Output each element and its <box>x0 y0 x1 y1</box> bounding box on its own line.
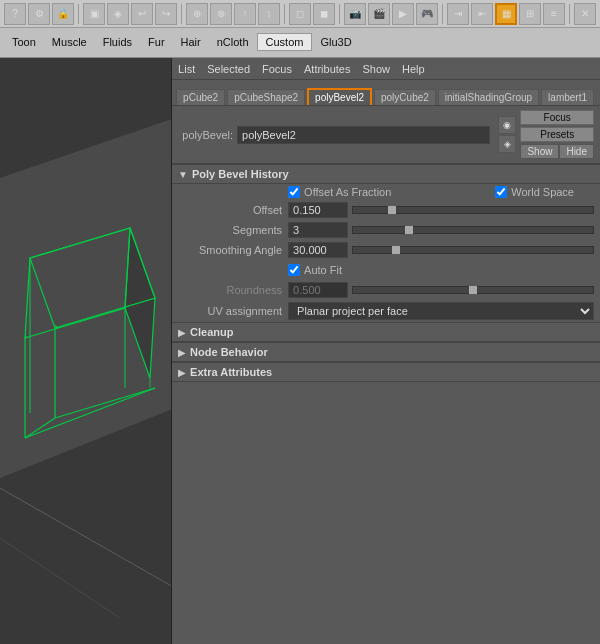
show-button[interactable]: Show <box>520 144 559 159</box>
tab-muscle[interactable]: Muscle <box>44 34 95 50</box>
uv-assignment-label: UV assignment <box>178 305 288 317</box>
offset-slider[interactable] <box>352 206 594 214</box>
node-icon-btn-2[interactable]: ◈ <box>498 135 516 153</box>
toolbar-icon-8[interactable]: ⊕ <box>186 3 208 25</box>
menu-help[interactable]: Help <box>402 63 425 75</box>
roundness-slider[interactable] <box>352 286 594 294</box>
toolbar-sep-5 <box>442 4 443 24</box>
uv-assignment-row: UV assignment Planar project per face No… <box>172 300 600 322</box>
node-label: polyBevel: <box>178 129 233 141</box>
toolbar-icon-6[interactable]: ↩ <box>131 3 153 25</box>
auto-fit-label: Auto Fit <box>304 264 342 276</box>
toolbar-sep-3 <box>284 4 285 24</box>
toolbar-icon-7[interactable]: ↪ <box>155 3 177 25</box>
tab-pcube2[interactable]: pCube2 <box>176 89 225 105</box>
toolbar-icon-4[interactable]: ▣ <box>83 3 105 25</box>
toolbar-icon-19[interactable]: ⇤ <box>471 3 493 25</box>
segments-input[interactable] <box>288 222 348 238</box>
section-arrow-cleanup: ▶ <box>178 327 186 338</box>
tab-toon[interactable]: Toon <box>4 34 44 50</box>
section-cleanup[interactable]: ▶ Cleanup <box>172 322 600 342</box>
tab-polycube2[interactable]: polyCube2 <box>374 89 436 105</box>
smoothing-angle-slider-container <box>352 246 594 254</box>
menu-list[interactable]: List <box>178 63 195 75</box>
toolbar-icon-active[interactable]: ▦ <box>495 3 517 25</box>
segments-label: Segments <box>178 224 288 236</box>
offset-input[interactable] <box>288 202 348 218</box>
section-arrow-extra-attributes: ▶ <box>178 367 186 378</box>
offset-label: Offset <box>178 204 288 216</box>
roundness-row: Roundness <box>172 280 600 300</box>
node-name-input[interactable] <box>237 126 490 144</box>
toolbar-icon-23[interactable]: ✕ <box>574 3 596 25</box>
toolbar-icon-9[interactable]: ⊗ <box>210 3 232 25</box>
section-title-node-behavior: Node Behavior <box>190 346 268 358</box>
section-title-bevel: Poly Bevel History <box>192 168 289 180</box>
toolbar-top: ? ⚙ 🔒 ▣ ◈ ↩ ↪ ⊕ ⊗ ↑ ↕ ◻ ◼ 📷 🎬 ▶ 🎮 ⇥ ⇤ ▦ … <box>0 0 600 28</box>
toolbar-icon-16[interactable]: ▶ <box>392 3 414 25</box>
smoothing-angle-input[interactable] <box>288 242 348 258</box>
toolbar-icon-18[interactable]: ⇥ <box>447 3 469 25</box>
smoothing-angle-label: Smoothing Angle <box>178 244 288 256</box>
menu-tabs: Toon Muscle Fluids Fur Hair nCloth Custo… <box>0 28 600 56</box>
toolbar-icon-11[interactable]: ↕ <box>258 3 280 25</box>
toolbar-icon-13[interactable]: ◼ <box>313 3 335 25</box>
offset-as-fraction-checkbox[interactable] <box>288 186 300 198</box>
toolbar-icon-5[interactable]: ◈ <box>107 3 129 25</box>
toolbar-icon-10[interactable]: ↑ <box>234 3 256 25</box>
tab-custom[interactable]: Custom <box>257 33 313 51</box>
roundness-input[interactable] <box>288 282 348 298</box>
offset-row: Offset <box>172 200 600 220</box>
toolbar-icon-14[interactable]: 📷 <box>344 3 366 25</box>
roundness-slider-container <box>352 286 594 294</box>
tab-hair[interactable]: Hair <box>173 34 209 50</box>
segments-slider[interactable] <box>352 226 594 234</box>
tab-fluids[interactable]: Fluids <box>95 34 140 50</box>
toolbar-icon-15[interactable]: 🎬 <box>368 3 390 25</box>
uv-assignment-select[interactable]: Planar project per face None Per face <box>288 302 594 320</box>
node-icon-btn-1[interactable]: ◉ <box>498 116 516 134</box>
toolbar-sep-6 <box>569 4 570 24</box>
segments-slider-container <box>352 226 594 234</box>
section-extra-attributes[interactable]: ▶ Extra Attributes <box>172 362 600 382</box>
toolbar-icon-17[interactable]: 🎮 <box>416 3 438 25</box>
world-space-checkbox[interactable] <box>495 186 507 198</box>
attr-menubar: List Selected Focus Attributes Show Help <box>172 58 600 80</box>
section-poly-bevel-history[interactable]: ▼ Poly Bevel History <box>172 164 600 184</box>
attr-content[interactable]: ▼ Poly Bevel History Offset As Fraction … <box>172 164 600 644</box>
smoothing-angle-slider[interactable] <box>352 246 594 254</box>
toolbar-icon-3[interactable]: 🔒 <box>52 3 74 25</box>
toolbar-icon-1[interactable]: ? <box>4 3 26 25</box>
viewport[interactable] <box>0 58 172 644</box>
toolbar-icon-2[interactable]: ⚙ <box>28 3 50 25</box>
tab-fur[interactable]: Fur <box>140 34 173 50</box>
tab-initialshading[interactable]: initialShadingGroup <box>438 89 539 105</box>
focus-button[interactable]: Focus <box>520 110 594 125</box>
viewport-background <box>0 58 171 644</box>
presets-button[interactable]: Presets <box>520 127 594 142</box>
menu-attributes[interactable]: Attributes <box>304 63 350 75</box>
toolbar-sep-1 <box>78 4 79 24</box>
section-title-extra-attributes: Extra Attributes <box>190 366 272 378</box>
top-controls: polyBevel: ◉ ◈ Focus Presets Show Hide <box>172 106 600 164</box>
toolbar-icon-22[interactable]: ≡ <box>543 3 565 25</box>
tab-lambert1[interactable]: lambert1 <box>541 89 594 105</box>
tab-pcubeshape2[interactable]: pCubeShape2 <box>227 89 305 105</box>
tab-bar: pCube2 pCubeShape2 polyBevel2 polyCube2 … <box>172 80 600 106</box>
menu-selected[interactable]: Selected <box>207 63 250 75</box>
tab-polybevel2[interactable]: polyBevel2 <box>307 88 372 105</box>
tab-ncloth[interactable]: nCloth <box>209 34 257 50</box>
tab-glu3d[interactable]: Glu3D <box>312 34 359 50</box>
attr-editor: List Selected Focus Attributes Show Help… <box>172 58 600 644</box>
offset-slider-container <box>352 206 594 214</box>
menu-show[interactable]: Show <box>362 63 390 75</box>
right-buttons: Focus Presets Show Hide <box>520 110 594 159</box>
toolbar-icon-21[interactable]: ⊞ <box>519 3 541 25</box>
menu-focus[interactable]: Focus <box>262 63 292 75</box>
section-arrow-node-behavior: ▶ <box>178 347 186 358</box>
hide-button[interactable]: Hide <box>559 144 594 159</box>
auto-fit-checkbox[interactable] <box>288 264 300 276</box>
toolbar-icon-12[interactable]: ◻ <box>289 3 311 25</box>
section-node-behavior[interactable]: ▶ Node Behavior <box>172 342 600 362</box>
toolbar-sep-2 <box>181 4 182 24</box>
